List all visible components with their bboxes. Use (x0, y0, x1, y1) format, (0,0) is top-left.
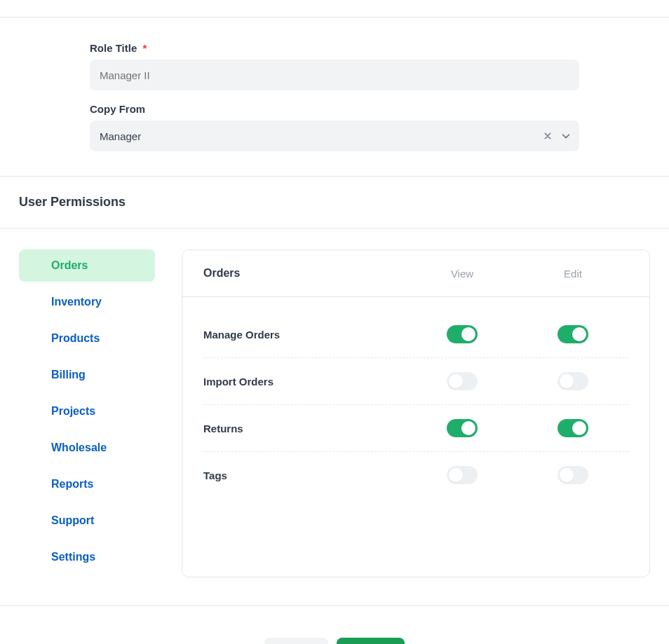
sidebar-item-projects[interactable]: Projects (19, 395, 155, 427)
chevron-down-icon[interactable] (560, 130, 572, 142)
sidebar-item-settings[interactable]: Settings (19, 541, 155, 573)
required-asterisk: * (142, 42, 147, 54)
permission-cell-view (407, 419, 518, 437)
create-button[interactable]: Create (337, 638, 405, 644)
clear-icon[interactable] (541, 130, 554, 142)
permission-cell-view (407, 325, 518, 343)
toggle-view-import-orders[interactable] (447, 372, 478, 390)
permission-row-tags: Tags (203, 452, 628, 498)
permission-cell-edit (518, 419, 628, 437)
sidebar-item-reports[interactable]: Reports (19, 468, 155, 500)
sidebar-item-wholesale[interactable]: Wholesale (19, 432, 155, 464)
permission-cell-edit (518, 372, 628, 390)
permission-row-import-orders: Import Orders (203, 358, 628, 405)
dialog-footer: Cancel Create (0, 605, 669, 644)
permission-row-manage-orders: Manage Orders (203, 311, 628, 358)
copy-from-label: Copy From (90, 103, 579, 115)
permission-cell-edit (518, 466, 628, 484)
column-header-edit: Edit (518, 268, 628, 280)
permission-cell-edit (518, 325, 628, 343)
permissions-panel-title: Orders (203, 267, 407, 280)
permissions-rows: Manage OrdersImport OrdersReturnsTags (182, 297, 649, 526)
permission-cell-view (407, 466, 518, 484)
permission-label: Returns (203, 423, 407, 434)
toggle-view-tags[interactable] (447, 466, 478, 484)
permissions-nav-list: OrdersInventoryProductsBillingProjectsWh… (19, 249, 155, 573)
top-border (0, 0, 669, 18)
role-title-label: Role Title * (90, 42, 579, 54)
toggle-edit-returns[interactable] (558, 419, 588, 437)
sidebar-item-inventory[interactable]: Inventory (19, 286, 155, 318)
toggle-knob (572, 327, 586, 341)
copy-from-icons (541, 130, 572, 142)
toggle-knob (449, 468, 463, 482)
permission-label: Import Orders (203, 376, 407, 388)
column-header-view: View (407, 268, 518, 280)
role-form: Role Title * Copy From Manager (0, 18, 669, 176)
copy-from-select[interactable]: Manager (90, 121, 579, 151)
toggle-view-manage-orders[interactable] (447, 325, 478, 343)
sidebar-item-billing[interactable]: Billing (19, 359, 155, 391)
copy-from-value: Manager (90, 121, 579, 151)
toggle-knob (461, 327, 475, 341)
toggle-knob (560, 468, 574, 482)
cancel-button[interactable]: Cancel (264, 638, 328, 644)
user-permissions-header: User Permissions (0, 176, 669, 228)
role-title-label-text: Role Title (90, 42, 137, 54)
permission-label: Manage Orders (203, 329, 407, 341)
permission-label: Tags (203, 470, 407, 481)
sidebar-item-support[interactable]: Support (19, 505, 155, 537)
permissions-sidebar: OrdersInventoryProductsBillingProjectsWh… (19, 249, 155, 577)
toggle-edit-tags[interactable] (558, 466, 588, 484)
sidebar-item-orders[interactable]: Orders (19, 249, 155, 282)
permissions-body: OrdersInventoryProductsBillingProjectsWh… (0, 228, 669, 605)
sidebar-item-products[interactable]: Products (19, 322, 155, 355)
copy-from-group: Copy From Manager (90, 103, 579, 151)
toggle-knob (572, 421, 586, 435)
permission-row-returns: Returns (203, 405, 628, 452)
permissions-panel-header: Orders View Edit (182, 250, 649, 297)
permissions-panel: Orders View Edit Manage OrdersImport Ord… (182, 249, 650, 577)
toggle-knob (560, 374, 574, 388)
toggle-knob (461, 421, 475, 435)
role-title-input[interactable] (90, 60, 579, 90)
toggle-edit-import-orders[interactable] (558, 372, 588, 390)
role-title-group: Role Title * (90, 42, 579, 90)
toggle-knob (449, 374, 463, 388)
toggle-edit-manage-orders[interactable] (558, 325, 588, 343)
toggle-view-returns[interactable] (447, 419, 478, 437)
user-permissions-title: User Permissions (19, 195, 650, 210)
permission-cell-view (407, 372, 518, 390)
